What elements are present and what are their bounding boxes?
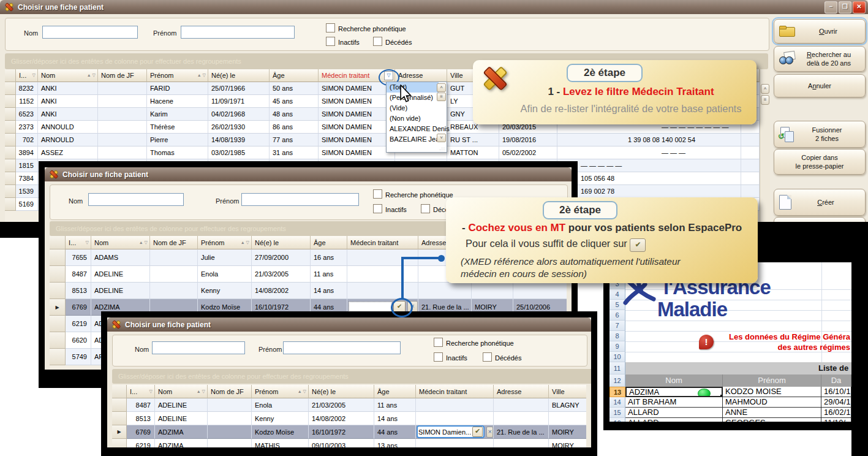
checkbox-inactifs[interactable]: Inactifs bbox=[434, 352, 467, 363]
row-selector[interactable] bbox=[50, 316, 66, 332]
dropdown-scroll-down-icon[interactable]: ˅ bbox=[437, 134, 446, 142]
dropdown-item[interactable]: (Non vide) bbox=[387, 113, 439, 124]
column-header-adresse[interactable]: Adresse bbox=[494, 385, 549, 398]
row-selector[interactable] bbox=[5, 108, 16, 121]
maximize-button[interactable]: ❒ bbox=[839, 1, 851, 13]
excel-row-number[interactable]: 16 bbox=[609, 418, 625, 422]
column-header-ne[interactable]: Né(e) le bbox=[208, 69, 270, 82]
titlebar-1[interactable]: Choisir une fiche patient – ❒ ✕ bbox=[0, 0, 868, 14]
rechercher-button[interactable]: Rechercher audelà de 20 ans bbox=[774, 46, 866, 72]
dropdown-item[interactable]: (Personnalisé) bbox=[387, 93, 439, 103]
checkbox-phonetique[interactable]: Recherche phonétique bbox=[434, 337, 514, 348]
excel-column-header[interactable]: Prénom bbox=[723, 374, 821, 387]
checkbox-inactifs[interactable]: Inactifs bbox=[326, 36, 360, 47]
column-header-age[interactable]: Âge bbox=[374, 385, 416, 398]
ouvrir-button[interactable]: Ouvrir bbox=[774, 19, 866, 44]
patient-row[interactable]: 6219ADZIMAMATHIS09/10/200313 ansMOIRY bbox=[112, 439, 586, 447]
mt-validate-button-icon[interactable]: ✔ bbox=[472, 427, 483, 437]
row-selector[interactable] bbox=[5, 82, 16, 95]
excel-cell[interactable]: 16/10/1 bbox=[821, 387, 851, 397]
scroll-up-icon[interactable]: ˄ bbox=[761, 84, 769, 94]
row-selector[interactable] bbox=[5, 95, 16, 108]
column-header-jf[interactable]: Nom de JF bbox=[98, 69, 147, 82]
column-header-mt[interactable]: Médecin traitant bbox=[416, 385, 494, 398]
column-header-ne[interactable]: Né(e) le bbox=[309, 385, 374, 398]
row-selector[interactable] bbox=[112, 412, 127, 425]
row-selector[interactable] bbox=[50, 349, 66, 365]
column-header-jf[interactable]: Nom de JF bbox=[150, 236, 198, 249]
column-header-ville[interactable]: Ville bbox=[549, 385, 586, 398]
mt-edit-combo[interactable]: SIMON Damien...✔ bbox=[417, 425, 485, 438]
nom-input[interactable] bbox=[88, 193, 184, 206]
excel-row-number[interactable]: 13 bbox=[609, 387, 625, 397]
excel-cell[interactable]: GEORGES bbox=[723, 418, 821, 422]
mt-cancel-button-icon[interactable]: × bbox=[486, 427, 493, 438]
column-header-ne[interactable]: Né(e) le bbox=[252, 236, 311, 249]
creer-button[interactable]: Créer bbox=[774, 189, 866, 216]
column-header-adresse[interactable]: Adresse bbox=[395, 69, 447, 82]
checkbox-decedes[interactable]: Décédés bbox=[483, 352, 521, 363]
excel-cell[interactable]: ALLARD bbox=[625, 418, 723, 422]
row-selector[interactable] bbox=[5, 159, 16, 172]
patient-row[interactable]: 8513ADELINEKenny14/08/200214 ans bbox=[112, 412, 586, 425]
excel-row-number[interactable]: 7 bbox=[609, 321, 625, 331]
row-selector[interactable] bbox=[5, 121, 16, 134]
checkbox-phonetique[interactable]: Recherche phonétique bbox=[326, 23, 406, 34]
dropdown-item[interactable]: BAZELAIRE Jean bbox=[387, 134, 439, 145]
excel-cell[interactable]: ALLARD bbox=[625, 408, 723, 418]
nom-input[interactable] bbox=[152, 341, 245, 354]
excel-cell[interactable]: MAHMOUD bbox=[723, 397, 821, 408]
groupby-bar-3[interactable]: Glisser/déposer ici des entêtes de colon… bbox=[112, 369, 591, 384]
column-header-id[interactable]: I...▽ bbox=[16, 69, 38, 82]
row-selector[interactable] bbox=[5, 172, 16, 185]
row-selector-marker[interactable]: ▶ bbox=[112, 425, 127, 439]
patient-row[interactable]: 8513ADELINEKenny14/08/200214 ans bbox=[50, 283, 567, 299]
column-header-jf[interactable]: Nom de JF bbox=[208, 385, 252, 398]
column-header-id[interactable]: I...▽ bbox=[127, 385, 155, 398]
excel-row-number[interactable]: 14 bbox=[609, 397, 625, 408]
resize-grip-icon[interactable]: .:: bbox=[439, 146, 445, 151]
row-selector[interactable] bbox=[5, 198, 16, 211]
checkbox-phonetique[interactable]: Recherche phonétique bbox=[373, 189, 453, 200]
excel-cell[interactable]: 16/02/1 bbox=[821, 408, 851, 418]
row-selector-marker[interactable]: ▶ bbox=[50, 299, 66, 316]
fusionner-button[interactable]: ↺ Fusionner2 fiches bbox=[774, 121, 866, 148]
patient-row[interactable]: 8487ADELINEEnola21/03/200511 ansBLAGNY bbox=[112, 398, 586, 412]
row-selector[interactable] bbox=[112, 398, 127, 412]
column-header-mt[interactable]: Médecin traitant bbox=[347, 236, 418, 249]
row-selector[interactable] bbox=[5, 185, 16, 198]
row-selector[interactable] bbox=[5, 134, 16, 146]
patient-row[interactable]: 3894ASSEZThomas03/02/198531 ansSIMON DAM… bbox=[5, 146, 760, 159]
column-header-age[interactable]: Âge bbox=[270, 69, 319, 82]
prenom-input[interactable] bbox=[181, 26, 295, 39]
excel-row-number[interactable]: 11 bbox=[609, 362, 625, 374]
excel-row-number[interactable]: 15 bbox=[609, 408, 625, 418]
excel-row-number[interactable]: 6 bbox=[609, 310, 625, 321]
row-selector[interactable] bbox=[50, 249, 66, 266]
excel-cell[interactable]: ANNE bbox=[723, 408, 821, 418]
table-scrollbar[interactable]: ˄ ≡ bbox=[760, 69, 770, 222]
checkbox-inactifs[interactable]: Inactifs bbox=[373, 203, 407, 215]
prenom-input[interactable] bbox=[283, 341, 401, 354]
column-header-age[interactable]: Âge bbox=[311, 236, 347, 249]
column-header-prenom[interactable]: Prénom▲ ▽ bbox=[147, 69, 208, 82]
row-selector[interactable] bbox=[112, 439, 127, 447]
column-header-prenom[interactable]: Prénom▲ ▽ bbox=[252, 385, 309, 398]
excel-row-number[interactable]: 12 bbox=[609, 374, 625, 387]
close-button[interactable]: ✕ bbox=[853, 1, 866, 13]
minimize-button[interactable]: – bbox=[825, 1, 837, 13]
nom-input[interactable] bbox=[42, 26, 138, 39]
dropdown-scroll-thumb[interactable]: ≡ bbox=[437, 93, 446, 101]
dropdown-item[interactable]: (Tout) bbox=[387, 82, 439, 93]
copier-button[interactable]: Copier dansle presse-papier bbox=[774, 149, 866, 175]
excel-cell[interactable]: AIT BRAHAM bbox=[625, 397, 723, 408]
dropdown-scroll-up-icon[interactable]: ˄ bbox=[437, 83, 446, 92]
excel-cell[interactable]: ADZIMA bbox=[625, 387, 723, 397]
excel-cell[interactable]: KODZO MOISE bbox=[723, 387, 821, 397]
dropdown-item[interactable]: ALEXANDRE Denis bbox=[387, 124, 439, 134]
row-selector[interactable] bbox=[50, 283, 66, 299]
patient-row[interactable]: 702ARNOULDPierre14/08/193977 ansSIMON DA… bbox=[5, 134, 760, 146]
scroll-thumb[interactable]: ≡ bbox=[761, 95, 769, 105]
row-selector[interactable] bbox=[50, 266, 66, 283]
row-selector[interactable] bbox=[5, 146, 16, 159]
